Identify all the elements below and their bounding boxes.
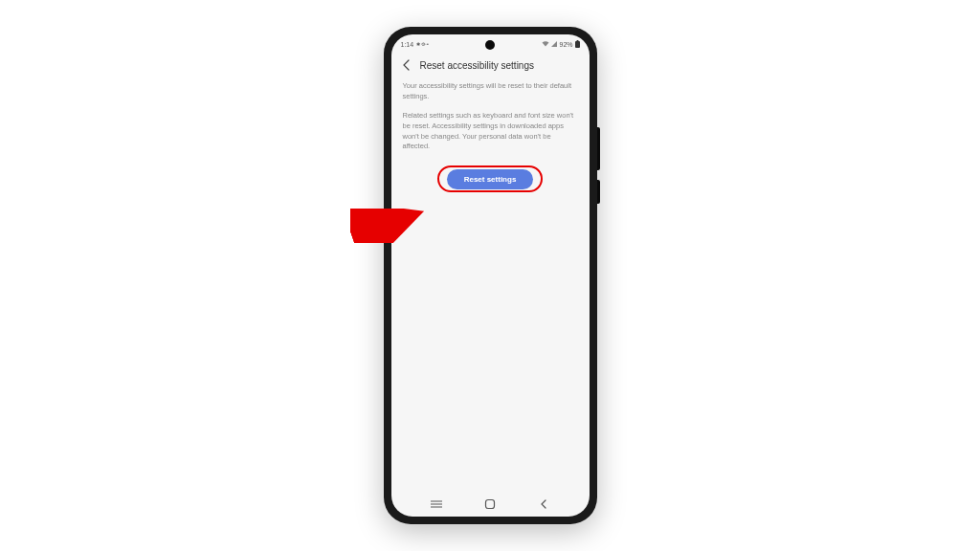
camera-notch	[485, 40, 495, 50]
content-area: Your accessibility settings will be rese…	[391, 78, 590, 492]
signal-icon	[551, 41, 557, 48]
battery-percent: 92%	[559, 41, 572, 48]
navigation-bar	[391, 492, 590, 517]
nav-home-button[interactable]	[476, 498, 504, 510]
reset-button-container: Reset settings	[403, 169, 578, 189]
wifi-icon	[542, 41, 549, 48]
phone-screen: 1:14 ✱ ⚙ ◦ • 92% Reset accessibility	[391, 34, 590, 517]
back-button[interactable]	[401, 59, 412, 71]
battery-icon	[575, 40, 580, 49]
phone-volume-button	[597, 127, 600, 170]
description-paragraph-1: Your accessibility settings will be rese…	[403, 81, 578, 102]
svg-rect-0	[575, 41, 580, 48]
nav-back-button[interactable]	[529, 498, 558, 510]
status-time: 1:14	[401, 41, 414, 48]
page-header: Reset accessibility settings	[391, 54, 590, 78]
description-paragraph-2: Related settings such as keyboard and fo…	[403, 111, 578, 153]
annotation-highlight-ring	[437, 165, 543, 192]
svg-rect-5	[485, 500, 494, 509]
phone-power-button	[597, 180, 600, 204]
page-title: Reset accessibility settings	[420, 60, 535, 71]
svg-rect-1	[576, 40, 578, 42]
nav-recents-button[interactable]	[422, 499, 451, 509]
phone-device-frame: 1:14 ✱ ⚙ ◦ • 92% Reset accessibility	[384, 27, 597, 524]
status-notification-dots: ✱ ⚙ ◦ •	[416, 41, 428, 47]
